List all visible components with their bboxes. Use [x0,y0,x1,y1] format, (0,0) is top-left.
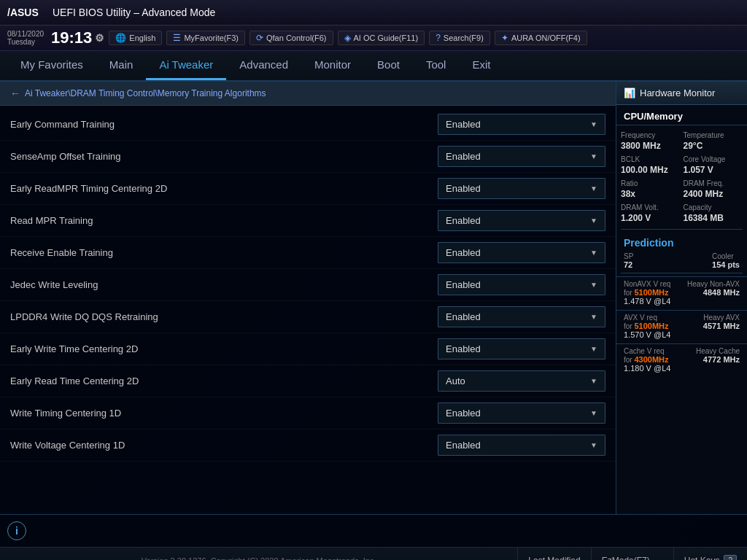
setting-dropdown-3[interactable]: Enabled▼ [438,210,605,231]
setting-row: LPDDR4 Write DQ DQS RetrainingEnabled▼ [0,301,616,333]
language-selector[interactable]: 🌐 English [109,31,162,45]
pred-nonavx: NonAVX V req Heavy Non-AVX for 5100MHz 4… [616,276,747,308]
prediction-title: Prediction [616,233,747,252]
last-modified-label: Last Modified [528,556,580,561]
aura-button[interactable]: ✦ AURA ON/OFF(F4) [495,31,587,45]
hw-metric-dramvolt-label: DRAM Volt. [621,201,681,211]
setting-label-3: Read MPR Training [10,215,438,226]
chevron-down-icon: ▼ [590,313,597,321]
setting-dropdown-6[interactable]: Enabled▼ [438,306,605,327]
last-modified-button[interactable]: Last Modified [517,548,590,560]
nav-boot[interactable]: Boot [364,51,413,80]
hw-metric-capacity-value: 16384 MB [684,213,743,223]
hw-metric-frequency-label: Frequency [621,128,681,139]
setting-dropdown-4[interactable]: Enabled▼ [438,242,605,263]
hw-monitor-title: Hardware Monitor [640,88,715,98]
nonavx-type-label: NonAVX V req [624,280,670,288]
hot-keys-button[interactable]: Hot Keys ? [673,548,747,560]
setting-dropdown-10[interactable]: Enabled▼ [438,435,605,456]
nonavx-freq: 5100MHz [634,288,668,297]
cooler-value: 154 pts [712,260,740,269]
cpu-memory-title: CPU/Memory [616,105,747,125]
setting-dropdown-2[interactable]: Enabled▼ [438,178,605,199]
setting-value-5: Enabled [446,279,481,290]
footer-buttons: Last Modified EzMode(F7) → Hot Keys ? [517,548,747,560]
hw-metric-dramfreq-label: DRAM Freq. [684,176,743,187]
setting-row: Write Voltage Centering 1DEnabled▼ [0,429,616,462]
setting-value-2: Enabled [446,183,481,194]
date: 08/11/2020 [7,30,44,38]
aura-icon: ✦ [501,33,508,43]
setting-label-5: Jedec Write Leveling [10,279,438,290]
info-icon[interactable]: i [7,521,26,540]
chevron-down-icon: ▼ [590,409,597,417]
setting-label-8: Early Read Time Centering 2D [10,376,438,386]
breadcrumb: ← Ai Tweaker\DRAM Timing Control\Memory … [0,82,616,106]
cache-right-label: Heavy Cache [696,347,740,355]
hot-keys-label: Hot Keys [684,556,720,561]
setting-dropdown-7[interactable]: Enabled▼ [438,338,605,359]
nav-ai-tweaker[interactable]: Ai Tweaker [146,51,226,80]
qfan-label: Qfan Control(F6) [266,34,327,42]
setting-dropdown-0[interactable]: Enabled▼ [438,114,605,135]
cache-freq: 4300MHz [634,355,668,364]
aura-label: AURA ON/OFF(F4) [511,34,581,42]
setting-label-9: Write Timing Centering 1D [10,408,438,419]
setting-row: Receive Enable TrainingEnabled▼ [0,237,616,269]
hw-monitor-header: 📊 Hardware Monitor [616,82,747,105]
nav-my-favorites[interactable]: My Favorites [7,51,96,80]
nav-exit[interactable]: Exit [459,51,503,80]
setting-dropdown-5[interactable]: Enabled▼ [438,274,605,295]
chevron-down-icon: ▼ [590,152,597,160]
setting-dropdown-1[interactable]: Enabled▼ [438,146,605,167]
nonavx-for-label: for 5100MHz [624,288,669,297]
my-favorite-button[interactable]: ☰ MyFavorite(F3) [166,31,245,45]
setting-value-8: Auto [446,376,465,386]
search-button[interactable]: ? Search(F9) [429,31,490,45]
day: Tuesday [7,38,44,46]
footer-version: Version 2.20.1276. Copyright (C) 2020 Am… [0,556,517,561]
nonavx-voltage: 1.478 V @L4 [624,297,670,306]
app-title: UEFI BIOS Utility – Advanced Mode [53,7,740,18]
setting-row: Early Write Time Centering 2DEnabled▼ [0,333,616,365]
hw-metric-bclk-value: 100.00 MHz [621,165,681,175]
setting-value-1: Enabled [446,151,481,162]
hw-metric-dramfreq-value: 2400 MHz [684,189,743,199]
hw-metric-temperature-value: 29°C [684,141,743,151]
fan-icon: ⟳ [256,33,263,43]
pred-divider-1 [621,273,743,273]
nav-monitor[interactable]: Monitor [301,51,364,80]
top-bar: 08/11/2020 Tuesday 19:13 ⚙ 🌐 English ☰ M… [0,26,747,51]
search-label: Search(F9) [444,34,484,42]
chevron-down-icon: ▼ [590,184,597,192]
ez-mode-button[interactable]: EzMode(F7) → [591,548,673,560]
settings-gear-icon[interactable]: ⚙ [95,32,104,44]
setting-value-3: Enabled [446,215,481,226]
qfan-control-button[interactable]: ⟳ Qfan Control(F6) [249,31,333,45]
nav-tool[interactable]: Tool [413,51,460,80]
right-panel: 📊 Hardware Monitor CPU/Memory Frequency … [616,82,747,514]
setting-label-0: Early Command Training [10,119,438,130]
hw-metric-corevoltage-label: Core Voltage [684,152,743,163]
setting-row: Read MPR TrainingEnabled▼ [0,205,616,237]
ai-oc-guide-button[interactable]: ◈ AI OC Guide(F11) [338,31,425,45]
pred-avx: AVX V req Heavy AVX for 5100MHz 4571 MHz… [616,310,747,342]
avx-for-label: for 5100MHz [624,322,669,330]
setting-label-6: LPDDR4 Write DQ DQS Retraining [10,311,438,322]
back-arrow[interactable]: ← [10,88,20,99]
search-icon: ? [436,33,441,43]
setting-value-7: Enabled [446,343,481,354]
setting-label-1: SenseAmp Offset Training [10,151,438,162]
avx-type-label: AVX V req [624,314,657,322]
chevron-down-icon: ▼ [590,377,597,385]
nav-main[interactable]: Main [96,51,147,80]
asus-logo: /ASUS [7,4,44,20]
nav-advanced[interactable]: Advanced [226,51,301,80]
setting-dropdown-8[interactable]: Auto▼ [438,370,605,392]
ai-oc-label: AI OC Guide(F11) [354,34,419,42]
pred-cache: Cache V req Heavy Cache for 4300MHz 4772… [616,343,747,376]
nonavx-right-label: Heavy Non-AVX [687,280,740,288]
chevron-down-icon: ▼ [590,345,597,353]
setting-dropdown-9[interactable]: Enabled▼ [438,402,605,424]
avx-right-label: Heavy AVX [703,314,740,322]
